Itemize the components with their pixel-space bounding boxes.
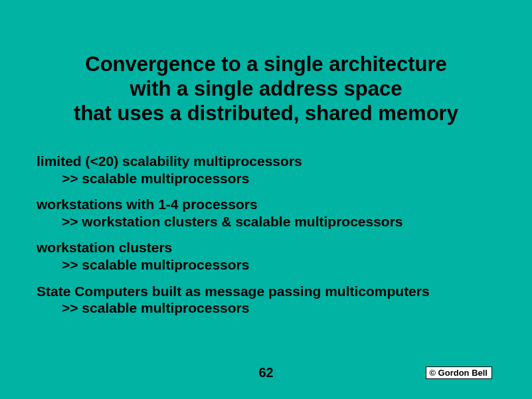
slide: Convergence to a single architecture wit… (0, 0, 532, 399)
bullet-point: workstations with 1-4 processors >> work… (37, 196, 495, 230)
point-line-2: >> workstation clusters & scalable multi… (37, 213, 495, 230)
slide-body: limited (<20) scalability multiprocessor… (37, 153, 495, 326)
copyright-label: © Gordon Bell (426, 366, 492, 379)
title-line-2: with a single address space (130, 77, 402, 100)
point-line-1: workstations with 1-4 processors (37, 197, 258, 212)
point-line-1: limited (<20) scalability multiprocessor… (37, 153, 302, 169)
point-line-2: >> scalable multiprocessors (37, 256, 495, 274)
title-line-1: Convergence to a single architecture (85, 52, 446, 76)
bullet-point: State Computers built as message passing… (37, 283, 495, 317)
point-line-1: State Computers built as message passing… (37, 283, 430, 299)
slide-footer: 62 © Gordon Bell (0, 364, 532, 380)
bullet-point: workstation clusters >> scalable multipr… (37, 239, 495, 273)
title-line-3: that uses a distributed, shared memory (74, 102, 458, 125)
point-line-2: >> scalable multiprocessors (37, 299, 495, 317)
slide-title: Convergence to a single architecture wit… (33, 52, 499, 126)
point-line-1: workstation clusters (37, 240, 172, 255)
point-line-2: >> scalable multiprocessors (37, 170, 495, 187)
bullet-point: limited (<20) scalability multiprocessor… (37, 153, 495, 187)
